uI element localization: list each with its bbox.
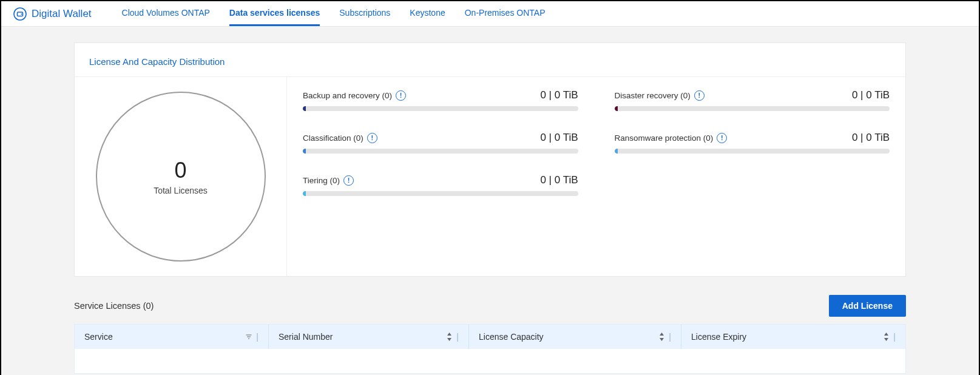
- metric-label-text: Tiering (0): [303, 176, 340, 185]
- metric-disaster-recovery: Disaster recovery (0) ! 0 | 0 TiB: [615, 89, 890, 111]
- tab-keystone[interactable]: Keystone: [410, 1, 445, 26]
- sort-icon[interactable]: [883, 333, 890, 341]
- metric-label: Tiering (0) !: [303, 175, 354, 186]
- metric-label: Disaster recovery (0) !: [615, 90, 705, 101]
- sort-icon[interactable]: [446, 333, 453, 341]
- metric-bar: [303, 106, 578, 111]
- divider-icon: |: [456, 332, 459, 342]
- col-label: Service: [84, 332, 113, 342]
- info-icon[interactable]: !: [396, 90, 406, 101]
- table-header-row: Service | Serial Number | Lice: [75, 325, 905, 349]
- metric-bar: [615, 149, 890, 154]
- metric-label-text: Backup and recovery (0): [303, 91, 392, 100]
- licenses-title: Service Licenses (0): [74, 301, 154, 311]
- metric-label-text: Disaster recovery (0): [615, 91, 691, 100]
- col-license-capacity[interactable]: License Capacity |: [469, 325, 681, 349]
- info-icon[interactable]: !: [717, 133, 727, 143]
- total-licenses-chart: 0 Total Licenses: [75, 77, 287, 276]
- licenses-section-header: Service Licenses (0) Add License: [74, 295, 906, 317]
- svg-point-2: [21, 13, 22, 15]
- app-title: Digital Wallet: [32, 8, 92, 20]
- col-label: Serial Number: [279, 332, 333, 342]
- nav-tabs: Cloud Volumes ONTAP Data services licens…: [122, 1, 546, 26]
- metric-label: Backup and recovery (0) !: [303, 90, 406, 101]
- total-count: 0: [174, 158, 186, 183]
- page-body: License And Capacity Distribution 0 Tota…: [1, 27, 979, 375]
- filter-icon[interactable]: [245, 333, 252, 340]
- col-serial-number[interactable]: Serial Number |: [269, 325, 469, 349]
- metric-value: 0 | 0 TiB: [540, 174, 578, 186]
- col-label: License Expiry: [691, 332, 746, 342]
- licenses-table: Service | Serial Number | Lice: [74, 324, 906, 374]
- metric-backup-recovery: Backup and recovery (0) ! 0 | 0 TiB: [303, 89, 578, 111]
- col-service[interactable]: Service |: [75, 325, 269, 349]
- metrics-column: Backup and recovery (0) ! 0 | 0 TiB Disa…: [287, 77, 905, 276]
- info-icon[interactable]: !: [694, 90, 705, 101]
- metric-value: 0 | 0 TiB: [540, 89, 578, 101]
- metric-classification: Classification (0) ! 0 | 0 TiB: [303, 132, 578, 154]
- sort-icon[interactable]: [658, 333, 665, 341]
- bar-tick: [303, 149, 306, 154]
- col-license-expiry[interactable]: License Expiry |: [681, 325, 905, 349]
- col-label: License Capacity: [479, 332, 544, 342]
- metric-label: Classification (0) !: [303, 133, 377, 143]
- distribution-panel: License And Capacity Distribution 0 Tota…: [74, 42, 906, 277]
- bar-tick: [303, 191, 306, 196]
- divider-icon: |: [669, 332, 671, 342]
- metrics-grid: Backup and recovery (0) ! 0 | 0 TiB Disa…: [303, 89, 890, 196]
- tab-subscriptions[interactable]: Subscriptions: [339, 1, 390, 26]
- info-icon[interactable]: !: [367, 133, 377, 143]
- metric-bar: [615, 106, 890, 111]
- tab-cloud-volumes-ontap[interactable]: Cloud Volumes ONTAP: [122, 1, 210, 26]
- metric-value: 0 | 0 TiB: [540, 132, 578, 144]
- total-label: Total Licenses: [154, 186, 208, 195]
- bar-tick: [615, 149, 618, 154]
- metric-bar: [303, 149, 578, 154]
- top-bar: Digital Wallet Cloud Volumes ONTAP Data …: [1, 1, 979, 27]
- donut-chart: 0 Total Licenses: [96, 92, 266, 262]
- divider-icon: |: [256, 332, 259, 342]
- metric-value: 0 | 0 TiB: [852, 89, 890, 101]
- panel-title: License And Capacity Distribution: [75, 43, 905, 77]
- metric-tiering: Tiering (0) ! 0 | 0 TiB: [303, 174, 578, 196]
- table-body-empty: [75, 349, 905, 373]
- tab-data-services-licenses[interactable]: Data services licenses: [229, 1, 320, 26]
- metric-label: Ransomware protection (0) !: [615, 133, 728, 143]
- tab-on-premises-ontap[interactable]: On-Premises ONTAP: [465, 1, 546, 26]
- metric-ransomware-protection: Ransomware protection (0) ! 0 | 0 TiB: [615, 132, 890, 154]
- divider-icon: |: [893, 332, 896, 342]
- svg-point-0: [14, 8, 26, 20]
- add-license-button[interactable]: Add License: [829, 295, 906, 317]
- metric-value: 0 | 0 TiB: [852, 132, 890, 144]
- bar-tick: [615, 106, 618, 111]
- distribution-body: 0 Total Licenses Backup and recovery (0)…: [75, 77, 905, 276]
- info-icon[interactable]: !: [343, 175, 354, 186]
- metric-label-text: Ransomware protection (0): [615, 133, 714, 143]
- metric-label-text: Classification (0): [303, 133, 363, 143]
- bar-tick: [303, 106, 306, 111]
- metric-bar: [303, 191, 578, 196]
- wallet-icon: [12, 6, 28, 22]
